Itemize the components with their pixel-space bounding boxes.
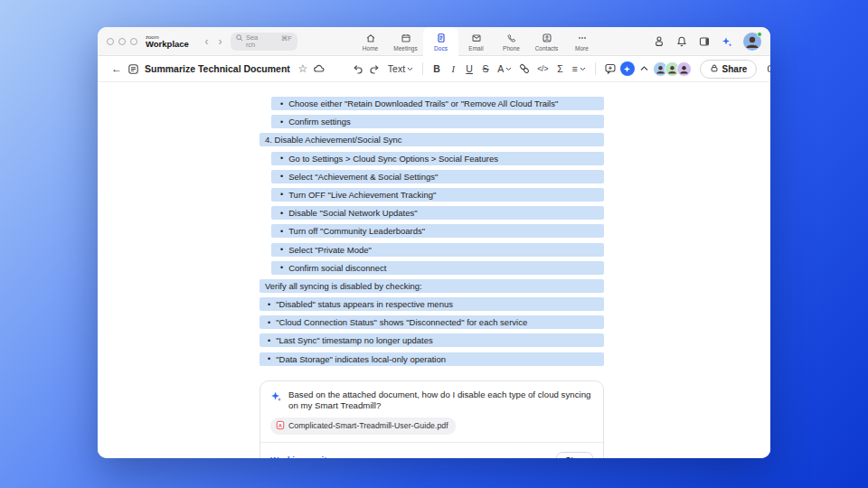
presence-available-dot [757, 32, 762, 37]
highlighted-text-block: Choose either "Retain Downloaded Trails"… [259, 97, 604, 366]
align-dropdown[interactable]: ≡ [569, 61, 588, 77]
ai-sparkle-icon[interactable] [721, 35, 733, 48]
notifications-bell-icon[interactable] [675, 35, 688, 48]
search-icon [236, 34, 243, 42]
doc-line[interactable]: Select "Private Mode" [271, 243, 604, 257]
collapse-toolbar-icon[interactable] [637, 60, 653, 78]
ai-companion-button[interactable] [620, 61, 635, 76]
phone-icon [506, 33, 517, 43]
tab-more[interactable]: More [564, 27, 599, 56]
doc-line[interactable]: "Cloud Connection Status" shows "Disconn… [259, 315, 604, 329]
docs-home-icon[interactable] [125, 60, 141, 78]
share-button[interactable]: Share [700, 60, 758, 79]
doc-line[interactable]: "Data Storage" indicates local-only oper… [259, 352, 604, 366]
collaborator-avatars [653, 61, 692, 77]
code-button[interactable]: </> [534, 61, 551, 77]
ai-prompt-row: Based on the attached document, how do I… [270, 389, 593, 411]
docbar-right: Share ··· [653, 60, 770, 79]
topbar-right-icons [653, 33, 761, 51]
video-call-icon[interactable] [765, 60, 770, 78]
ai-panel-divider [260, 442, 603, 443]
side-panel-toggle-icon[interactable] [698, 35, 711, 48]
bold-button[interactable]: B [429, 61, 444, 77]
search-input[interactable]: Sea rch ⌘F [231, 33, 297, 51]
toolbar-divider [595, 62, 596, 75]
chevron-down-icon [505, 67, 512, 71]
redo-icon[interactable] [367, 60, 383, 78]
doc-line[interactable]: Select "Achievement & Social Settings" [271, 170, 604, 183]
minimize-window-button[interactable] [118, 38, 126, 45]
doc-line[interactable]: Disable "Social Network Updates" [271, 206, 604, 220]
italic-button[interactable]: I [446, 61, 460, 77]
doc-line[interactable]: Turn off "Community Leaderboards" [271, 224, 604, 238]
collaborator-avatar[interactable] [676, 61, 692, 77]
favorite-star-icon[interactable]: ☆ [295, 60, 311, 78]
attachment-chip[interactable]: A Complicated-Smart-Treadmill-User-Guide… [270, 418, 456, 435]
doc-line[interactable]: Confirm social disconnect [271, 261, 604, 275]
toolbar-divider [422, 62, 423, 75]
doc-line[interactable]: Choose either "Retain Downloaded Trails"… [271, 97, 604, 110]
text-style-dropdown[interactable]: Text [385, 61, 416, 77]
doc-line[interactable]: "Disabled" status appears in respective … [259, 297, 604, 311]
search-shortcut: ⌘F [281, 34, 292, 42]
window-controls [107, 38, 137, 45]
maximize-window-button[interactable] [130, 38, 137, 45]
text-color-dropdown[interactable]: A [495, 61, 514, 77]
ai-sparkle-icon [270, 390, 282, 405]
document-toolbar: ← Summarize Technical Document ☆ Text B [98, 56, 770, 82]
tab-docs[interactable]: Docs [423, 27, 458, 57]
underline-button[interactable]: U [462, 61, 476, 77]
link-icon[interactable] [516, 60, 533, 78]
formatting-toolbar: Text B I U S A </> Σ ≡ [349, 60, 653, 78]
user-avatar[interactable] [743, 33, 761, 51]
home-icon [365, 33, 376, 43]
strikethrough-button[interactable]: S [478, 61, 493, 77]
doc-line[interactable]: Confirm settings [271, 115, 604, 128]
undo-icon[interactable] [349, 60, 365, 78]
document-title[interactable]: Summarize Technical Document [145, 63, 290, 74]
more-dots-icon [577, 33, 588, 43]
email-icon [471, 33, 482, 43]
ai-panel-footer: Working on it... Stop [270, 450, 593, 458]
doc-line[interactable]: Go to Settings > Cloud Sync Options > So… [271, 152, 604, 165]
contacts-icon [542, 33, 552, 43]
top-bar: zoom Workplace ‹ › Sea rch ⌘F Home [98, 27, 770, 56]
doc-line[interactable]: Turn OFF "Live Achievement Tracking" [271, 188, 604, 202]
stop-button[interactable]: Stop [556, 452, 593, 458]
chevron-down-icon [407, 67, 413, 71]
doc-line[interactable]: Verify all syncing is disabled by checki… [259, 279, 604, 293]
tab-phone[interactable]: Phone [494, 27, 529, 56]
add-comment-icon[interactable] [602, 60, 618, 78]
back-icon[interactable]: ← [108, 60, 125, 78]
document-canvas: Choose either "Retain Downloaded Trails"… [98, 82, 770, 458]
ai-prompt-text: Based on the attached document, how do I… [288, 389, 593, 411]
ai-companion-robot-icon[interactable] [653, 35, 665, 48]
doc-line[interactable]: 4. Disable Achievement/Social Sync [259, 133, 604, 146]
tab-contacts[interactable]: Contacts [529, 27, 564, 56]
app-window: zoom Workplace ‹ › Sea rch ⌘F Home [98, 27, 770, 458]
chevron-down-icon [580, 67, 586, 71]
svg-text:A: A [278, 422, 282, 427]
lock-icon [710, 63, 719, 75]
calendar-icon [401, 33, 411, 43]
tab-email[interactable]: Email [458, 27, 494, 56]
brand-workplace: Workplace [146, 40, 189, 49]
doc-line[interactable]: "Last Sync" timestamp no longer updates [259, 333, 604, 347]
workplace-tabs: Home Meetings Docs Email [353, 27, 599, 56]
pdf-file-icon: A [276, 420, 285, 432]
nav-back-button[interactable]: ‹ [200, 35, 213, 48]
search-placeholder: Sea rch [246, 34, 258, 49]
tab-home[interactable]: Home [353, 27, 388, 56]
attachment-filename: Complicated-Smart-Treadmill-User-Guide.p… [288, 421, 448, 430]
formula-button[interactable]: Σ [552, 61, 567, 77]
close-window-button[interactable] [107, 38, 114, 45]
ai-companion-panel: Based on the attached document, how do I… [259, 380, 604, 458]
zoom-workplace-logo: zoom Workplace [146, 34, 189, 49]
cloud-sync-icon [311, 60, 327, 78]
tab-meetings[interactable]: Meetings [388, 27, 423, 56]
ai-status-text: Working on it... [270, 455, 335, 458]
docs-icon [436, 33, 447, 43]
nav-forward-button[interactable]: › [213, 35, 227, 48]
